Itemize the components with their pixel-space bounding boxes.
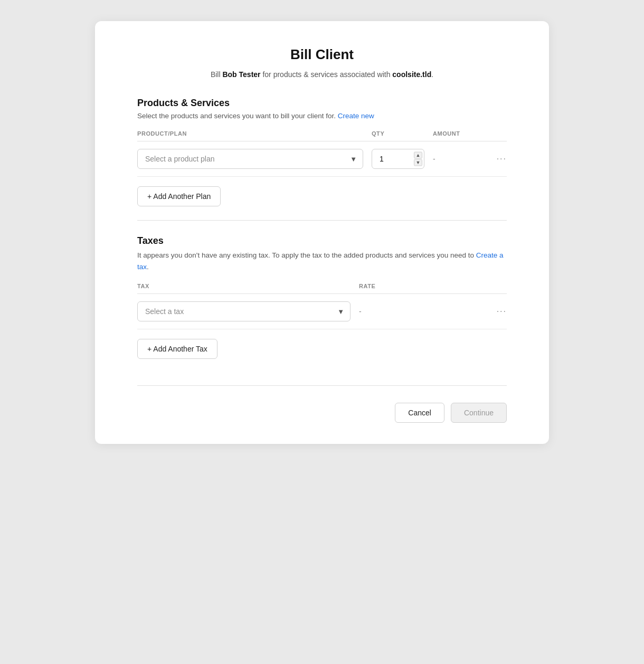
add-another-plan-button[interactable]: + Add Another Plan — [137, 186, 221, 206]
plan-amount-dash: - — [433, 155, 435, 163]
col-header-plan: PRODUCT/PLAN — [137, 130, 363, 137]
plan-select-wrapper: Select a product plan ▼ — [137, 149, 363, 169]
tax-select[interactable]: Select a tax — [137, 301, 351, 321]
taxes-col-headers: TAX RATE — [137, 283, 507, 294]
products-section-title: Products & Services — [137, 98, 507, 109]
cancel-button[interactable]: Cancel — [395, 403, 444, 423]
continue-button[interactable]: Continue — [451, 403, 507, 423]
taxes-section-title: Taxes — [137, 235, 507, 246]
products-section-desc: Select the products and services you wan… — [137, 112, 507, 120]
tax-rate-dash: - — [359, 307, 362, 316]
plan-amount-more-icon[interactable]: ··· — [497, 154, 507, 164]
col-header-amount: AMOUNT — [433, 130, 507, 137]
col-header-rate: RATE — [359, 283, 507, 289]
qty-up-button[interactable]: ▲ — [414, 152, 422, 159]
subtitle: Bill Bob Tester for products & services … — [137, 70, 507, 79]
create-new-link[interactable]: Create new — [338, 112, 374, 120]
taxes-section: Taxes It appears you don't have any exis… — [137, 235, 507, 368]
qty-spinners: ▲ ▼ — [414, 152, 422, 166]
plan-select[interactable]: Select a product plan — [137, 149, 363, 169]
add-another-tax-button[interactable]: + Add Another Tax — [137, 339, 217, 359]
plan-amount-cell: - ··· — [433, 154, 507, 164]
tax-rate-cell: - ··· — [359, 307, 507, 316]
footer-actions: Cancel Continue — [137, 385, 507, 423]
qty-down-button[interactable]: ▼ — [414, 159, 422, 166]
section-divider — [137, 220, 507, 221]
plan-row: Select a product plan ▼ ▲ ▼ - ··· — [137, 141, 507, 177]
col-header-tax: TAX — [137, 283, 351, 289]
products-col-headers: PRODUCT/PLAN QTY AMOUNT — [137, 130, 507, 141]
taxes-section-info: It appears you don't have any existing t… — [137, 250, 507, 272]
products-section: Products & Services Select the products … — [137, 98, 507, 216]
page-title: Bill Client — [137, 46, 507, 63]
col-header-qty: QTY — [372, 130, 424, 137]
qty-wrapper: ▲ ▼ — [372, 149, 424, 169]
tax-rate-more-icon[interactable]: ··· — [497, 307, 507, 316]
tax-row: Select a tax ▼ - ··· — [137, 294, 507, 329]
bill-client-card: Bill Client Bill Bob Tester for products… — [95, 21, 549, 444]
tax-select-wrapper: Select a tax ▼ — [137, 301, 351, 321]
